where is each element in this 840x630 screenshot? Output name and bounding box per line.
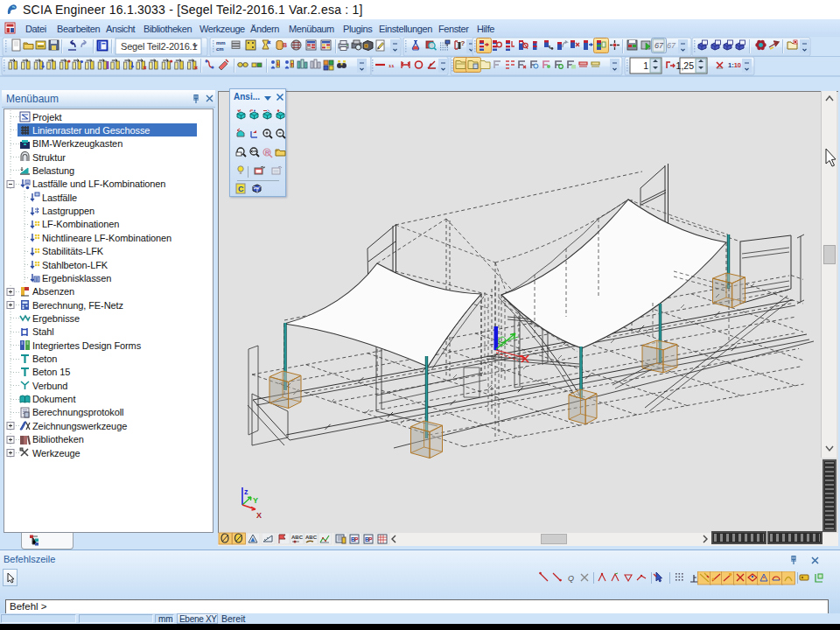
svg-text:P: P — [368, 536, 373, 542]
svg-text:ABC: ABC — [305, 535, 318, 540]
svg-text:Q: Q — [568, 574, 574, 583]
svg-text:P: P — [354, 536, 359, 542]
svg-text:z: z — [244, 487, 248, 496]
svg-text:C: C — [238, 185, 244, 193]
svg-text:R: R — [265, 150, 270, 156]
svg-text:Y: Y — [253, 496, 258, 505]
svg-text:ABC: ABC — [291, 535, 304, 540]
svg-text:X: X — [256, 511, 262, 520]
